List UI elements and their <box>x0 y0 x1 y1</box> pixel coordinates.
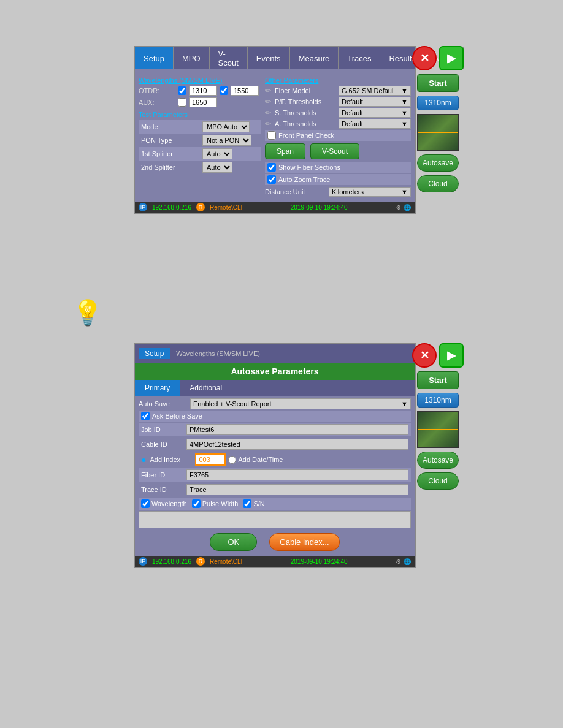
pon-type-dropdown[interactable]: Not a PON <box>202 135 251 146</box>
screen2-nav-row: Setup Wavelengths (SM/SM LIVE) <box>135 344 415 363</box>
close-button-s2[interactable]: ✕ <box>412 343 437 368</box>
cloud-button[interactable]: Cloud <box>417 175 459 192</box>
trace-id-input[interactable] <box>186 484 408 495</box>
sn-label: S/N <box>253 500 264 507</box>
auto-zoom-label: Auto Zoom Trace <box>278 176 330 183</box>
sn-checkbox-group: S/N <box>243 499 264 508</box>
autosave-button[interactable]: Autosave <box>417 154 459 172</box>
vscout-button[interactable]: V-Scout <box>310 143 359 159</box>
s-thresholds-label: S. Thresholds <box>275 109 336 116</box>
splitter2-dropdown[interactable]: Auto <box>202 162 232 173</box>
mode-label: Mode <box>139 120 200 134</box>
add-datetime-radio[interactable] <box>228 456 236 464</box>
tab-events[interactable]: Events <box>248 47 290 69</box>
ip-icon: IP <box>139 203 147 211</box>
tab-traces[interactable]: Traces <box>339 47 380 69</box>
settings-icon[interactable]: ⚙ <box>396 204 401 211</box>
additional-tab[interactable]: Additional <box>180 380 232 396</box>
start-button[interactable]: Start <box>417 74 459 92</box>
fiber-model-row: ✏ Fiber Model G.652 SM Defaul ▼ <box>265 86 411 96</box>
job-id-row: Job ID <box>139 423 411 436</box>
lightbulb-icon: 💡 <box>72 298 103 327</box>
show-fiber-row: Show Fiber Sections <box>265 162 411 173</box>
tab-vscout[interactable]: V-Scout <box>210 47 248 69</box>
mode-value-cell: MPO Auto <box>200 120 261 134</box>
forward-button[interactable]: ▶ <box>439 46 464 70</box>
pon-type-label: PON Type <box>139 134 200 147</box>
start-button-s2[interactable]: Start <box>417 371 459 389</box>
otdr-1550-value: 1550 <box>231 86 259 96</box>
otdr-label: OTDR: <box>139 87 175 94</box>
autosave-form: Auto Save Enabled + V-Scout Report ▼ Ask… <box>135 396 415 556</box>
mode-dropdown[interactable]: MPO Auto <box>202 121 250 132</box>
status-icons-s2: ⚙ 🌐 <box>396 558 411 565</box>
pf-thresholds-row: ✏ P/F. Thresholds Default ▼ <box>265 97 411 107</box>
auto-save-label: Auto Save <box>139 400 188 408</box>
network-icon[interactable]: 🌐 <box>404 204 411 211</box>
close-button[interactable]: ✕ <box>412 46 437 70</box>
trace-id-row: Trace ID <box>139 483 411 496</box>
ask-before-save-row: Ask Before Save <box>139 411 411 422</box>
pulse-width-checkbox[interactable] <box>192 499 201 508</box>
notes-textarea[interactable] <box>139 511 411 528</box>
table-row: 2nd Splitter Auto <box>139 161 261 174</box>
tab-setup[interactable]: Setup <box>135 47 174 69</box>
aux-1650-checkbox[interactable] <box>178 98 186 107</box>
wavelength-checkbox[interactable] <box>141 499 150 508</box>
ok-button[interactable]: OK <box>210 533 257 551</box>
cloud-button-s2[interactable]: Cloud <box>417 472 459 490</box>
span-button[interactable]: Span <box>265 143 305 159</box>
fiber-model-label: Fiber Model <box>275 87 336 94</box>
remote-label-s2: Remote\CLI <box>210 558 242 565</box>
wavelength-checkbox-group: Wavelength <box>141 499 187 508</box>
cable-id-input[interactable] <box>186 439 408 450</box>
front-panel-checkbox[interactable] <box>267 131 276 140</box>
ip-icon-s2: IP <box>139 557 147 566</box>
remote-label: Remote\CLI <box>210 204 242 211</box>
splitter1-dropdown[interactable]: Auto <box>202 148 232 159</box>
tab-mpo[interactable]: MPO <box>174 47 210 69</box>
pf-thresholds-label: P/F. Thresholds <box>275 98 336 105</box>
splitter1-value-cell: Auto <box>200 147 261 161</box>
top-btn-row-s2: ✕ ▶ <box>412 343 464 368</box>
param-table: Mode MPO Auto PON Type Not a <box>139 120 261 174</box>
tab-measure[interactable]: Measure <box>290 47 339 69</box>
otdr-1550-checkbox[interactable] <box>220 86 228 95</box>
wavelength-button[interactable]: 1310nm <box>417 96 459 110</box>
screen2-setup-tab[interactable]: Setup <box>139 348 170 359</box>
auto-zoom-checkbox[interactable] <box>267 175 276 184</box>
fiber-id-input[interactable] <box>186 469 408 480</box>
pf-thresholds-select[interactable]: Default ▼ <box>339 97 411 107</box>
wavelengths-section-label: Wavelengths (SM/SM LIVE) <box>139 77 261 84</box>
timestamp-s2: 2019-09-10 19:24:40 <box>291 558 348 565</box>
cable-id-label: Cable ID <box>141 441 184 448</box>
other-params-label: Other Parameters <box>265 77 411 84</box>
side-buttons-screen1: ✕ ▶ Start 1310nm Autosave Cloud <box>412 46 464 192</box>
show-fiber-checkbox[interactable] <box>267 163 276 172</box>
distance-unit-select[interactable]: Kilometers ▼ <box>329 187 411 197</box>
settings-icon-s2[interactable]: ⚙ <box>396 558 401 565</box>
add-index-radio-icon: ● <box>141 455 146 464</box>
a-thresholds-row: ✏ A. Thresholds Default ▼ <box>265 119 411 129</box>
ask-before-save-checkbox[interactable] <box>141 412 150 420</box>
status-bar-screen1: IP 192.168.0.216 R Remote\CLI 2019-09-10… <box>135 202 415 213</box>
add-index-input[interactable] <box>195 453 226 466</box>
sn-checkbox[interactable] <box>243 499 251 508</box>
otdr-1310-checkbox[interactable] <box>178 86 186 95</box>
fiber-model-icon: ✏ <box>265 86 271 95</box>
primary-tab[interactable]: Primary <box>135 380 180 396</box>
network-icon-s2[interactable]: 🌐 <box>404 558 411 565</box>
a-thresholds-select[interactable]: Default ▼ <box>339 119 411 129</box>
pulse-width-checkbox-group: Pulse Width <box>192 499 239 508</box>
auto-save-select[interactable]: Enabled + V-Scout Report ▼ <box>190 398 411 409</box>
wavelength-button-s2[interactable]: 1310nm <box>417 393 459 408</box>
aux-row: AUX: 1650 <box>139 97 261 107</box>
table-row: PON Type Not a PON <box>139 134 261 147</box>
pf-thresholds-icon: ✏ <box>265 97 271 106</box>
forward-button-s2[interactable]: ▶ <box>439 343 464 368</box>
job-id-input[interactable] <box>186 424 408 435</box>
fiber-model-select[interactable]: G.652 SM Defaul ▼ <box>339 86 411 96</box>
autosave-button-s2[interactable]: Autosave <box>417 452 459 469</box>
s-thresholds-select[interactable]: Default ▼ <box>339 108 411 118</box>
cable-index-button[interactable]: Cable Index... <box>269 533 339 551</box>
